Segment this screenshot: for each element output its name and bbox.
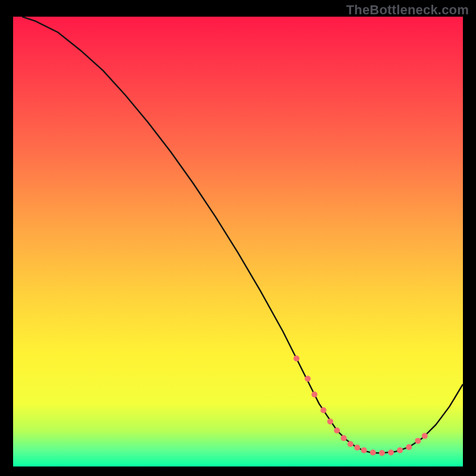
curve-marker [388, 450, 394, 456]
curve-marker [334, 428, 340, 434]
curve-marker [397, 447, 403, 453]
curve-marker [341, 435, 347, 441]
curve-marker [305, 376, 311, 382]
curve-marker [293, 356, 299, 362]
curve-marker [415, 438, 421, 444]
curve-marker [361, 447, 367, 453]
curve-marker [422, 433, 428, 439]
bottleneck-curve-chart [13, 17, 463, 466]
curve-marker [312, 392, 318, 397]
curve-marker [370, 450, 376, 456]
curve-marker [379, 450, 385, 456]
gradient-background [13, 17, 463, 466]
curve-marker [321, 408, 327, 414]
curve-marker [347, 441, 353, 447]
plot-area [13, 17, 463, 466]
curve-marker [327, 418, 333, 424]
curve-marker [354, 444, 360, 450]
curve-marker [406, 444, 412, 450]
watermark-text: TheBottleneck.com [346, 2, 469, 18]
chart-frame: TheBottleneck.com [0, 0, 476, 476]
